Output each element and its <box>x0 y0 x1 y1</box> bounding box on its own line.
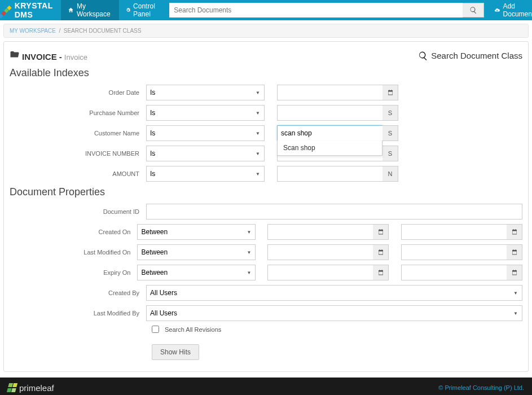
label-doc-id: Document ID <box>10 208 146 215</box>
row-customer-name: Customer Name Is S Scan shop <box>10 125 522 141</box>
op-expiry-on[interactable]: Between <box>137 265 256 280</box>
calendar-icon <box>377 229 384 235</box>
nav-label: My Workspace <box>77 2 112 18</box>
footer-brand-text: primeleaf <box>19 383 54 393</box>
value-doc-id[interactable] <box>146 204 522 220</box>
label-created-on: Created On <box>10 229 137 235</box>
row-created-by: Created By All Users <box>10 285 522 301</box>
label-invoice-number: INVOICE NUMBER <box>10 150 146 157</box>
row-invoice-number: INVOICE NUMBER Is S <box>10 146 522 161</box>
search-icon <box>469 6 477 14</box>
cloud-upload-icon <box>494 6 500 14</box>
add-document-button[interactable]: Add Document <box>489 0 532 20</box>
show-hits-button[interactable]: Show Hits <box>152 344 199 360</box>
brand-logo-icon <box>3 6 13 15</box>
footer-copyright: © Primeleaf Consulting (P) Ltd. <box>438 384 524 391</box>
brand-text: KRYSTAL DMS <box>15 1 55 19</box>
page-title: INVOICE - <box>22 52 62 62</box>
label-modified-by: Last Modified By <box>10 310 146 317</box>
row-modified-by: Last Modified By All Users <box>10 305 522 321</box>
breadcrumb-current: SEARCH DOCUMENT CLASS <box>64 28 142 34</box>
label-customer-name: Customer Name <box>10 130 146 137</box>
main-panel: INVOICE - Invoice Search Document Class … <box>3 41 529 372</box>
expiry-on-from[interactable] <box>267 265 373 280</box>
label-amount: AMOUNT <box>10 170 146 177</box>
calendar-addon[interactable] <box>373 244 389 260</box>
op-purchase-number[interactable]: Is <box>146 105 265 121</box>
nav-label: Control Panel <box>133 2 158 18</box>
op-modified-on[interactable]: Between <box>137 244 256 260</box>
type-addon: S <box>382 125 398 141</box>
home-icon <box>68 6 74 14</box>
panel-header: INVOICE - Invoice Search Document Class <box>10 50 522 62</box>
calendar-addon[interactable] <box>507 244 522 260</box>
search-class-link[interactable]: Search Document Class <box>418 51 522 61</box>
primeleaf-logo-icon <box>7 383 18 392</box>
breadcrumb-home[interactable]: MY WORKSPACE <box>10 28 56 34</box>
modified-on-from[interactable] <box>267 244 373 260</box>
section-indexes-title: Available Indexes <box>10 67 522 79</box>
calendar-icon <box>377 269 384 276</box>
label-modified-on: Last Modified On <box>10 249 137 256</box>
expiry-on-to[interactable] <box>401 265 507 280</box>
label-order-date: Order Date <box>10 89 146 96</box>
search-input[interactable] <box>169 3 463 17</box>
type-addon: N <box>382 166 398 182</box>
calendar-addon[interactable] <box>373 265 389 280</box>
row-search-revisions: Search All Revisions <box>152 326 522 333</box>
calendar-addon[interactable] <box>382 85 398 100</box>
label-expiry-on: Expiry On <box>10 269 137 276</box>
calendar-addon[interactable] <box>507 265 522 280</box>
folder-open-icon <box>10 50 20 60</box>
calendar-icon <box>387 89 394 96</box>
modified-on-to[interactable] <box>401 244 507 260</box>
op-amount[interactable]: Is <box>146 166 265 182</box>
top-nav: KRYSTAL DMS My Workspace Control Panel A… <box>0 0 532 20</box>
row-created-on: Created On Between <box>10 224 522 240</box>
checkbox-search-revisions[interactable] <box>152 326 159 333</box>
nav-my-workspace[interactable]: My Workspace <box>61 0 119 20</box>
row-purchase-number: Purchase Number Is S <box>10 105 522 121</box>
row-order-date: Order Date Is <box>10 85 522 100</box>
calendar-addon[interactable] <box>373 224 389 240</box>
search-icon <box>418 51 428 61</box>
calendar-icon <box>377 249 384 256</box>
row-modified-on: Last Modified On Between <box>10 244 522 260</box>
row-amount: AMOUNT Is N <box>10 166 522 182</box>
calendar-icon <box>511 229 518 235</box>
breadcrumb: MY WORKSPACE / SEARCH DOCUMENT CLASS <box>3 24 529 38</box>
value-customer-name[interactable] <box>277 125 382 141</box>
label-purchase-number: Purchase Number <box>10 109 146 116</box>
row-doc-id: Document ID <box>10 204 522 220</box>
label-search-revisions: Search All Revisions <box>165 326 221 333</box>
calendar-addon[interactable] <box>507 224 522 240</box>
type-addon: S <box>382 146 398 161</box>
page-subtitle: Invoice <box>64 53 87 62</box>
add-doc-label: Add Document <box>503 2 532 18</box>
op-order-date[interactable]: Is <box>146 85 265 100</box>
value-amount[interactable] <box>277 166 382 182</box>
search-button[interactable] <box>463 3 484 17</box>
value-order-date[interactable] <box>277 85 382 100</box>
footer: primeleaf © Primeleaf Consulting (P) Ltd… <box>0 378 532 395</box>
gears-icon <box>126 6 131 14</box>
value-purchase-number[interactable] <box>277 105 382 121</box>
select-created-by[interactable]: All Users <box>146 285 522 301</box>
created-on-from[interactable] <box>267 224 373 240</box>
op-customer-name[interactable]: Is <box>146 125 265 141</box>
label-created-by: Created By <box>10 289 146 296</box>
type-addon: S <box>382 105 398 121</box>
select-modified-by[interactable]: All Users <box>146 305 522 321</box>
footer-brand: primeleaf <box>8 383 54 393</box>
global-search <box>169 3 484 17</box>
section-props-title: Document Properties <box>10 186 522 198</box>
op-invoice-number[interactable]: Is <box>146 146 265 161</box>
brand: KRYSTAL DMS <box>0 0 61 20</box>
calendar-icon <box>511 269 518 276</box>
op-created-on[interactable]: Between <box>137 224 256 240</box>
created-on-to[interactable] <box>401 224 507 240</box>
nav-control-panel[interactable]: Control Panel <box>119 0 165 20</box>
autocomplete-suggestion[interactable]: Scan shop <box>277 141 382 156</box>
search-class-label: Search Document Class <box>431 51 522 60</box>
calendar-icon <box>511 249 518 256</box>
